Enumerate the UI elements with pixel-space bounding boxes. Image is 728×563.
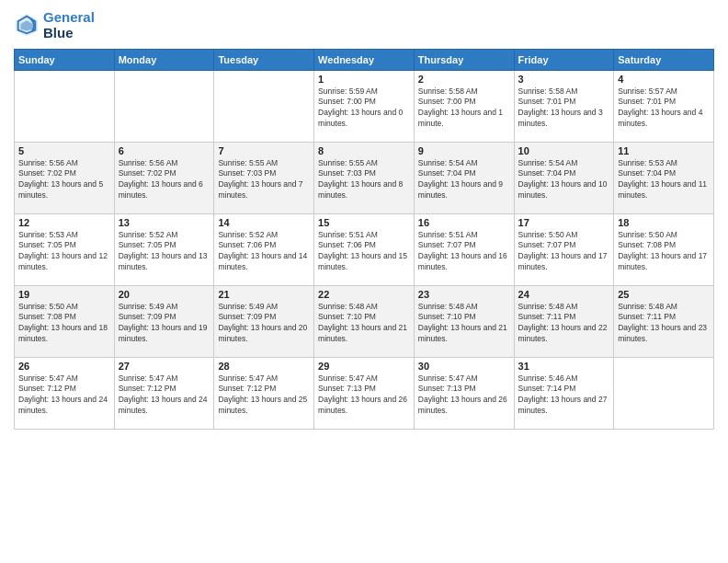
day-info: Sunrise: 5:51 AMSunset: 7:07 PMDaylight:…	[418, 230, 510, 274]
calendar-cell: 6Sunrise: 5:56 AMSunset: 7:02 PMDaylight…	[114, 142, 214, 213]
day-info: Sunrise: 5:48 AMSunset: 7:11 PMDaylight:…	[618, 302, 710, 346]
day-number: 15	[318, 217, 410, 228]
calendar-cell	[214, 70, 314, 142]
calendar-cell: 22Sunrise: 5:48 AMSunset: 7:10 PMDayligh…	[314, 285, 415, 357]
day-info: Sunrise: 5:50 AMSunset: 7:08 PMDaylight:…	[618, 230, 710, 274]
day-number: 16	[418, 217, 510, 228]
calendar-cell: 2Sunrise: 5:58 AMSunset: 7:00 PMDaylight…	[414, 70, 514, 142]
day-info: Sunrise: 5:50 AMSunset: 7:08 PMDaylight:…	[18, 302, 110, 346]
calendar-cell: 15Sunrise: 5:51 AMSunset: 7:06 PMDayligh…	[314, 213, 415, 285]
calendar-cell: 10Sunrise: 5:54 AMSunset: 7:04 PMDayligh…	[514, 142, 614, 213]
calendar-cell: 25Sunrise: 5:48 AMSunset: 7:11 PMDayligh…	[614, 285, 714, 357]
calendar-cell: 7Sunrise: 5:55 AMSunset: 7:03 PMDaylight…	[214, 142, 314, 213]
day-number: 4	[618, 74, 710, 85]
calendar-header: General Blue	[14, 9, 714, 41]
calendar-cell	[614, 357, 714, 429]
calendar-cell: 18Sunrise: 5:50 AMSunset: 7:08 PMDayligh…	[614, 213, 714, 285]
calendar-cell: 19Sunrise: 5:50 AMSunset: 7:08 PMDayligh…	[15, 285, 115, 357]
day-info: Sunrise: 5:54 AMSunset: 7:04 PMDaylight:…	[418, 158, 510, 202]
day-number: 11	[618, 145, 710, 156]
day-number: 21	[218, 289, 310, 300]
day-info: Sunrise: 5:47 AMSunset: 7:12 PMDaylight:…	[119, 373, 210, 418]
day-number: 17	[518, 217, 610, 228]
calendar-cell: 26Sunrise: 5:47 AMSunset: 7:12 PMDayligh…	[15, 357, 115, 429]
logo: General Blue	[14, 9, 95, 41]
day-number: 26	[18, 361, 110, 372]
calendar-cell	[15, 70, 115, 142]
calendar-cell: 8Sunrise: 5:55 AMSunset: 7:03 PMDaylight…	[314, 142, 415, 213]
day-number: 20	[119, 289, 210, 300]
day-info: Sunrise: 5:47 AMSunset: 7:13 PMDaylight:…	[318, 373, 410, 418]
day-info: Sunrise: 5:49 AMSunset: 7:09 PMDaylight:…	[119, 302, 210, 346]
calendar-cell: 17Sunrise: 5:50 AMSunset: 7:07 PMDayligh…	[514, 213, 614, 285]
day-info: Sunrise: 5:59 AMSunset: 7:00 PMDaylight:…	[318, 86, 410, 131]
calendar-cell: 13Sunrise: 5:52 AMSunset: 7:05 PMDayligh…	[114, 213, 214, 285]
day-info: Sunrise: 5:51 AMSunset: 7:06 PMDaylight:…	[318, 230, 410, 274]
weekday-friday: Friday	[514, 49, 614, 70]
weekday-sunday: Sunday	[15, 49, 115, 70]
day-number: 1	[318, 74, 410, 85]
day-info: Sunrise: 5:52 AMSunset: 7:05 PMDaylight:…	[119, 230, 210, 274]
day-info: Sunrise: 5:47 AMSunset: 7:13 PMDaylight:…	[418, 373, 510, 418]
day-info: Sunrise: 5:57 AMSunset: 7:01 PMDaylight:…	[618, 86, 710, 131]
day-info: Sunrise: 5:56 AMSunset: 7:02 PMDaylight:…	[119, 158, 210, 202]
day-number: 8	[318, 145, 410, 156]
calendar-table: SundayMondayTuesdayWednesdayThursdayFrid…	[14, 49, 714, 430]
calendar-cell: 23Sunrise: 5:48 AMSunset: 7:10 PMDayligh…	[414, 285, 514, 357]
day-info: Sunrise: 5:48 AMSunset: 7:10 PMDaylight:…	[418, 302, 510, 346]
day-number: 23	[418, 289, 510, 300]
calendar-cell: 28Sunrise: 5:47 AMSunset: 7:12 PMDayligh…	[214, 357, 314, 429]
day-number: 22	[318, 289, 410, 300]
logo-general: General	[43, 9, 95, 25]
calendar-cell: 12Sunrise: 5:53 AMSunset: 7:05 PMDayligh…	[15, 213, 115, 285]
day-info: Sunrise: 5:58 AMSunset: 7:01 PMDaylight:…	[518, 86, 610, 131]
day-number: 2	[418, 74, 510, 85]
calendar-cell: 14Sunrise: 5:52 AMSunset: 7:06 PMDayligh…	[214, 213, 314, 285]
day-info: Sunrise: 5:58 AMSunset: 7:00 PMDaylight:…	[418, 86, 510, 131]
day-number: 25	[618, 289, 710, 300]
day-info: Sunrise: 5:48 AMSunset: 7:11 PMDaylight:…	[518, 302, 610, 346]
day-info: Sunrise: 5:47 AMSunset: 7:12 PMDaylight:…	[218, 373, 310, 418]
calendar-cell: 29Sunrise: 5:47 AMSunset: 7:13 PMDayligh…	[314, 357, 415, 429]
logo-icon	[14, 12, 40, 38]
calendar-cell: 20Sunrise: 5:49 AMSunset: 7:09 PMDayligh…	[114, 285, 214, 357]
calendar-cell: 31Sunrise: 5:46 AMSunset: 7:14 PMDayligh…	[514, 357, 614, 429]
day-info: Sunrise: 5:47 AMSunset: 7:12 PMDaylight:…	[18, 373, 110, 418]
day-info: Sunrise: 5:53 AMSunset: 7:05 PMDaylight:…	[18, 230, 110, 274]
day-number: 29	[318, 361, 410, 372]
day-info: Sunrise: 5:53 AMSunset: 7:04 PMDaylight:…	[618, 158, 710, 202]
calendar-cell: 30Sunrise: 5:47 AMSunset: 7:13 PMDayligh…	[414, 357, 514, 429]
calendar-cell: 11Sunrise: 5:53 AMSunset: 7:04 PMDayligh…	[614, 142, 714, 213]
week-row-4: 19Sunrise: 5:50 AMSunset: 7:08 PMDayligh…	[15, 285, 714, 357]
weekday-saturday: Saturday	[614, 49, 714, 70]
calendar-cell: 1Sunrise: 5:59 AMSunset: 7:00 PMDaylight…	[314, 70, 415, 142]
day-number: 24	[518, 289, 610, 300]
weekday-thursday: Thursday	[414, 49, 514, 70]
day-number: 28	[218, 361, 310, 372]
week-row-1: 1Sunrise: 5:59 AMSunset: 7:00 PMDaylight…	[15, 70, 714, 142]
logo-text: General Blue	[43, 9, 95, 41]
calendar-cell: 27Sunrise: 5:47 AMSunset: 7:12 PMDayligh…	[114, 357, 214, 429]
day-number: 13	[119, 217, 210, 228]
day-info: Sunrise: 5:55 AMSunset: 7:03 PMDaylight:…	[218, 158, 310, 202]
calendar-cell	[114, 70, 214, 142]
day-info: Sunrise: 5:56 AMSunset: 7:02 PMDaylight:…	[18, 158, 110, 202]
calendar-cell: 21Sunrise: 5:49 AMSunset: 7:09 PMDayligh…	[214, 285, 314, 357]
day-number: 3	[518, 74, 610, 85]
day-number: 5	[18, 145, 110, 156]
day-number: 12	[18, 217, 110, 228]
day-number: 27	[119, 361, 210, 372]
calendar-cell: 16Sunrise: 5:51 AMSunset: 7:07 PMDayligh…	[414, 213, 514, 285]
weekday-tuesday: Tuesday	[214, 49, 314, 70]
day-number: 9	[418, 145, 510, 156]
day-number: 10	[518, 145, 610, 156]
day-info: Sunrise: 5:50 AMSunset: 7:07 PMDaylight:…	[518, 230, 610, 274]
day-number: 19	[18, 289, 110, 300]
logo-blue: Blue	[43, 25, 95, 40]
week-row-3: 12Sunrise: 5:53 AMSunset: 7:05 PMDayligh…	[15, 213, 714, 285]
day-number: 7	[218, 145, 310, 156]
calendar-container: General Blue SundayMondayTuesdayWednesda…	[0, 0, 728, 434]
weekday-monday: Monday	[114, 49, 214, 70]
weekday-header-row: SundayMondayTuesdayWednesdayThursdayFrid…	[15, 49, 714, 70]
day-number: 6	[119, 145, 210, 156]
